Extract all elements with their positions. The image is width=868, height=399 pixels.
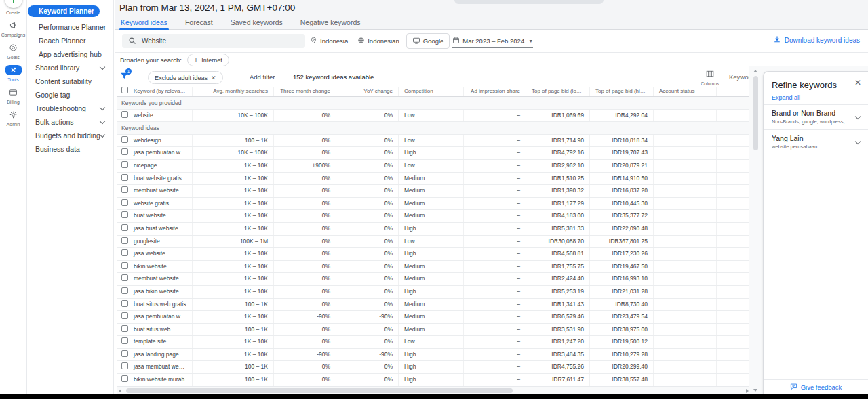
- close-icon[interactable]: ✕: [854, 78, 861, 87]
- row-checkbox[interactable]: [121, 224, 128, 231]
- date-range-setting[interactable]: Mar 2023 – Feb 2024 ▼: [452, 35, 533, 48]
- row-checkbox[interactable]: [121, 287, 128, 294]
- sidebar-item-google-tag[interactable]: Google tag: [27, 88, 113, 102]
- row-checkbox[interactable]: [121, 300, 128, 307]
- table-row-website[interactable]: website10K – 100K0%0%Low–IDR1,069.69IDR4…: [117, 110, 750, 123]
- scroll-right-arrow-icon[interactable]: [746, 389, 749, 393]
- column-header-keyword-by-relevance-[interactable]: Keyword (by relevance): [117, 87, 193, 96]
- scroll-down-arrow-icon[interactable]: [753, 389, 757, 392]
- table-row-jasa-membuat-website[interactable]: jasa membuat website100 – 1K0%0%High–IDR…: [117, 361, 750, 374]
- column-header-competition[interactable]: Competition: [399, 87, 464, 96]
- columns-button[interactable]: Columns: [696, 68, 724, 86]
- table-row-membuat-website-gratis[interactable]: membuat website gratis1K – 10K0%0%Medium…: [117, 185, 750, 198]
- row-checkbox[interactable]: [121, 199, 128, 206]
- exclude-adult-ideas-chip[interactable]: Exclude adult ideas ✕: [148, 71, 223, 84]
- sidebar-item-business-data[interactable]: Business data: [27, 142, 113, 156]
- rail-item-goals[interactable]: Goals: [7, 43, 19, 60]
- row-checkbox[interactable]: [121, 148, 128, 155]
- sidebar-item-shared-library[interactable]: Shared library: [27, 61, 113, 75]
- column-header-account-status[interactable]: Account status: [654, 87, 717, 96]
- sidebar-item-content-suitability[interactable]: Content suitability: [27, 75, 113, 88]
- give-feedback-button[interactable]: Give feedback: [764, 379, 868, 394]
- row-checkbox[interactable]: [121, 186, 128, 193]
- sidebar-item-app-advertising-hub[interactable]: App advertising hub: [27, 47, 113, 61]
- add-filter-button[interactable]: Add filter: [250, 73, 275, 81]
- column-header-yoy-change[interactable]: YoY change: [336, 87, 399, 96]
- column-header-three-month-change[interactable]: Three month change: [274, 87, 336, 96]
- row-checkbox[interactable]: [121, 274, 128, 281]
- row-checkbox[interactable]: [121, 237, 128, 244]
- sidebar-item-troubleshooting[interactable]: Troubleshooting: [27, 102, 113, 115]
- table-row-googlesite[interactable]: googlesite100K – 1M0%0%Low–IDR30,088.70I…: [117, 236, 750, 249]
- table-row-jasa-pembuatan-website[interactable]: jasa pembuatan website10K – 100K0%0%High…: [117, 147, 750, 160]
- row-checkbox[interactable]: [121, 350, 128, 357]
- vertical-scrollbar-thumb[interactable]: [753, 76, 758, 150]
- filter-funnel-icon[interactable]: 1: [120, 71, 129, 83]
- scroll-left-arrow-icon[interactable]: [119, 389, 121, 393]
- row-checkbox[interactable]: [121, 161, 128, 168]
- vertical-scrollbar[interactable]: [751, 68, 760, 394]
- refine-group-yang-lain[interactable]: Yang Lainwebsite perusahaan: [764, 129, 868, 154]
- refine-group-brand-or-non-brand[interactable]: Brand or Non-BrandNon-Brands, google, wo…: [764, 104, 868, 129]
- row-checkbox[interactable]: [121, 136, 128, 143]
- sidebar-item-keyword-planner[interactable]: Keyword Planner: [28, 5, 100, 17]
- rail-item-tools[interactable]: Tools: [5, 65, 22, 82]
- table-row-nicepage[interactable]: nicepage1K – 10K+900%0%Low–IDR2,962.10ID…: [117, 160, 750, 173]
- row-checkbox[interactable]: [121, 262, 128, 269]
- table-row-webdesign[interactable]: webdesign100 – 1K0%0%Low–IDR1,714.90IDR1…: [117, 135, 750, 148]
- table-row-website-gratis[interactable]: website gratis1K – 10K0%0%Medium–IDR1,17…: [117, 198, 750, 211]
- table-row-jasa-buat-website[interactable]: jasa buat website1K – 10K0%0%High–IDR5,3…: [117, 223, 750, 236]
- tab-saved-keywords[interactable]: Saved keywords: [229, 18, 284, 26]
- rail-item-admin[interactable]: Admin: [7, 110, 20, 127]
- row-checkbox[interactable]: [121, 362, 128, 369]
- row-checkbox[interactable]: [121, 249, 128, 256]
- table-row-buat-situs-web-gratis[interactable]: buat situs web gratis100 – 1K0%0%Medium–…: [117, 299, 750, 312]
- row-checkbox[interactable]: [121, 325, 128, 332]
- row-checkbox[interactable]: [121, 211, 128, 218]
- rail-item-billing[interactable]: Billing: [7, 87, 20, 104]
- column-header-top-of-page-bid-high-range-[interactable]: Top of page bid (high range): [590, 87, 654, 96]
- table-row-buat-website[interactable]: buat website1K – 10K0%0%Medium–IDR4,183.…: [117, 210, 750, 223]
- sidebar-item-reach-planner[interactable]: Reach Planner: [27, 34, 113, 47]
- table-row-bikin-website[interactable]: bikin website1K – 10K0%0%Medium–IDR1,755…: [117, 261, 750, 274]
- tab-keyword-ideas[interactable]: Keyword ideas: [119, 18, 169, 26]
- row-checkbox[interactable]: [121, 337, 128, 344]
- broaden-chip-internet[interactable]: + Internet: [187, 54, 229, 66]
- keyword-search-input[interactable]: Website: [122, 34, 305, 48]
- horizontal-scrollbar[interactable]: [117, 386, 751, 394]
- rail-item-campaigns[interactable]: Campaigns: [1, 20, 25, 37]
- table-row-jasa-landing-page[interactable]: jasa landing page1K – 10K-90%-90%High–ID…: [117, 349, 750, 362]
- table-row-jasa-website[interactable]: jasa website1K – 10K0%0%High–IDR4,568.81…: [117, 248, 750, 261]
- scroll-up-arrow-icon[interactable]: [753, 70, 757, 72]
- location-setting[interactable]: Indonesia: [310, 37, 348, 45]
- column-header-avg-monthly-searches[interactable]: Avg. monthly searches: [193, 87, 274, 96]
- table-row-jasa-pembuatan-website-profesion-[interactable]: jasa pembuatan website profesion...1K – …: [117, 311, 750, 324]
- language-setting[interactable]: Indonesian: [357, 37, 399, 45]
- download-keyword-ideas-button[interactable]: Download keyword ideas: [773, 35, 860, 45]
- sidebar-item-performance-planner[interactable]: Performance Planner: [27, 20, 113, 34]
- keyword-cell: nicepage: [117, 160, 193, 172]
- row-checkbox[interactable]: [121, 174, 128, 181]
- sidebar-item-bulk-actions[interactable]: Bulk actions: [27, 115, 113, 129]
- table-row-buat-situs-web[interactable]: buat situs web100 – 1K0%0%Medium–IDR3,53…: [117, 324, 750, 337]
- sidebar-item-budgets-and-bidding[interactable]: Budgets and bidding: [27, 129, 113, 142]
- tab-forecast[interactable]: Forecast: [184, 18, 214, 26]
- tab-negative-keywords[interactable]: Negative keywords: [299, 18, 362, 26]
- row-checkbox[interactable]: [121, 111, 128, 118]
- rail-item-create[interactable]: Create: [5, 0, 22, 15]
- row-checkbox[interactable]: [121, 375, 128, 382]
- row-checkbox[interactable]: [121, 312, 128, 319]
- table-row-jasa-bikin-website[interactable]: jasa bikin website1K – 10K0%0%High–IDR5,…: [117, 286, 750, 299]
- close-icon[interactable]: ✕: [211, 75, 216, 81]
- table-row-bikin-website-murah[interactable]: bikin website murah100 – 1K0%0%High–IDR7…: [117, 374, 750, 387]
- account-status-cell: [654, 110, 717, 122]
- select-all-checkbox[interactable]: [121, 87, 128, 93]
- table-row-membuat-website[interactable]: membuat website1K – 10K0%0%Medium–IDR2,4…: [117, 273, 750, 286]
- table-row-template-site[interactable]: template site1K – 10K0%0%Low–IDR1,247.20…: [117, 336, 750, 349]
- column-header-top-of-page-bid-low-range-[interactable]: Top of page bid (low range): [526, 87, 590, 96]
- expand-all-link[interactable]: Expand all: [772, 94, 800, 101]
- network-setting[interactable]: Google: [406, 33, 450, 49]
- horizontal-scrollbar-thumb[interactable]: [126, 388, 513, 393]
- table-row-buat-website-gratis[interactable]: buat website gratis1K – 10K0%0%Medium–ID…: [117, 173, 750, 186]
- column-header-ad-impression-share[interactable]: Ad impression share: [464, 87, 526, 96]
